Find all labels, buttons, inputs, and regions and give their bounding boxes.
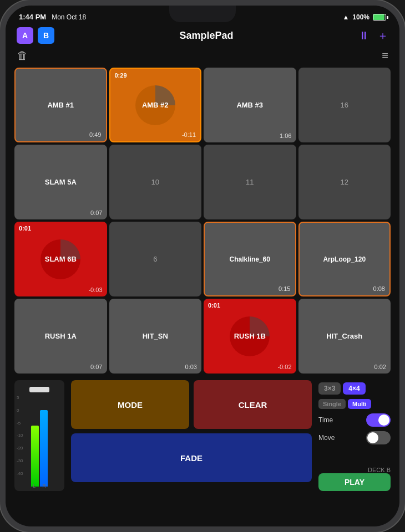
pad-11[interactable]: Chalkline_60 0:15: [204, 222, 296, 296]
pad-4[interactable]: 16: [298, 68, 391, 142]
pad-12-name: ArpLoop_120: [323, 255, 366, 263]
ctrl-top-row: MODE CLEAR: [71, 380, 312, 429]
level-meters: [31, 385, 48, 487]
volume-slider[interactable]: [29, 387, 49, 392]
grid-3x3-button[interactable]: 3×3: [318, 382, 341, 395]
bottom-section: 5 0 -5 -10 -20 -30 -40 L R: [6, 376, 399, 498]
deck-buttons: A B: [17, 27, 54, 44]
grid-size-row: 3×3 4×4: [318, 382, 391, 395]
battery-percent: 100%: [352, 13, 369, 21]
pad-9-time: -0:03: [88, 287, 102, 293]
pad-2-name: AMB #2: [142, 101, 169, 109]
pad-10-number: 6: [153, 255, 157, 263]
pad-6-number: 10: [151, 178, 159, 186]
pad-14[interactable]: HIT_SN 0:03: [109, 299, 202, 374]
header-actions: ⏸ ＋: [358, 28, 388, 43]
pad-13-time: 0:07: [90, 364, 102, 370]
pad-15-time-top: 0:01: [208, 302, 220, 309]
pad-12[interactable]: ArpLoop_120 0:08: [298, 222, 391, 296]
pad-15[interactable]: 0:01 RUSH 1B -0:02: [204, 299, 296, 374]
pad-7-number: 11: [246, 178, 254, 186]
pad-5-name: SLAM 5A: [45, 178, 77, 186]
pad-2-time: -0:11: [182, 131, 196, 138]
mode-button[interactable]: MODE: [71, 380, 189, 429]
pad-3-time: 1:06: [280, 132, 291, 139]
volume-meter: 5 0 -5 -10 -20 -30 -40 L R: [14, 380, 64, 491]
pad-16-name: HIT_Crash: [326, 332, 362, 340]
pad-11-time: 0:15: [279, 285, 290, 292]
pad-14-time: 0:03: [185, 364, 197, 370]
pad-10[interactable]: 6: [109, 222, 202, 296]
pad-4-number: 16: [341, 101, 348, 109]
grid-4x4-button[interactable]: 4×4: [343, 382, 365, 395]
multi-button[interactable]: Multi: [348, 399, 371, 409]
battery-icon: [373, 14, 386, 21]
left-meter: [31, 426, 39, 487]
move-toggle[interactable]: [366, 431, 391, 444]
right-meter: [40, 410, 48, 487]
status-left: 1:44 PM Mon Oct 18: [19, 13, 86, 21]
time-toggle[interactable]: [366, 413, 391, 427]
delete-icon[interactable]: 🗑: [17, 49, 28, 62]
notch-dots: •••: [207, 11, 221, 23]
pad-11-name: Chalkline_60: [230, 255, 270, 263]
clear-button[interactable]: CLEAR: [194, 380, 312, 429]
settings-panel: 3×3 4×4 Single Multi Time Move: [318, 380, 391, 491]
single-multi-toggle: Single Multi: [318, 399, 371, 409]
pad-13-name: RUSH 1A: [45, 332, 77, 340]
status-bar: 1:44 PM Mon Oct 18 ••• ▲ 100%: [6, 6, 399, 25]
pad-8[interactable]: 12: [298, 145, 391, 219]
pad-3[interactable]: AMB #3 1:06: [204, 68, 296, 142]
single-button[interactable]: Single: [318, 399, 346, 409]
ctrl-bottom-row: FADE: [71, 433, 312, 482]
pad-13[interactable]: RUSH 1A 0:07: [14, 299, 107, 374]
status-right: ▲ 100%: [342, 13, 386, 21]
single-multi-row: Single Multi: [318, 399, 391, 409]
pad-14-name: HIT_SN: [143, 332, 168, 340]
move-toggle-row: Move: [318, 431, 391, 444]
time-label: Time: [318, 416, 333, 424]
time-display: 1:44 PM: [19, 13, 46, 21]
pad-1-time: 0:49: [89, 131, 101, 138]
control-buttons: MODE CLEAR FADE: [71, 380, 312, 491]
meter-label-r: R: [42, 483, 46, 489]
pad-grid: AMB #1 0:49 0:29 AMB #2 -0:11 AMB #3 1:0…: [6, 65, 399, 376]
pad-16[interactable]: HIT_Crash 0:02: [298, 299, 391, 374]
pad-5[interactable]: SLAM 5A 0:07: [14, 145, 107, 219]
ipad-device: 1:44 PM Mon Oct 18 ••• ▲ 100% A B Sample…: [0, 0, 405, 532]
pad-7[interactable]: 11: [204, 145, 296, 219]
pad-1[interactable]: AMB #1 0:49: [14, 68, 107, 142]
pad-5-time: 0:07: [90, 209, 102, 216]
app-title: SamplePad: [179, 30, 233, 42]
list-icon[interactable]: ≡: [382, 49, 388, 62]
meter-labels: 5 0 -5 -10 -20 -30 -40: [17, 391, 23, 480]
pad-2-time-top: 0:29: [115, 72, 127, 79]
pad-15-name: RUSH 1B: [234, 332, 266, 340]
deck-b-label: DECK B: [318, 467, 391, 473]
play-button[interactable]: PLAY: [318, 473, 391, 491]
pad-6[interactable]: 10: [109, 145, 202, 219]
deck-a-button[interactable]: A: [17, 27, 33, 44]
pad-9[interactable]: 0:01 SLAM 6B -0:03: [14, 222, 107, 296]
time-toggle-row: Time: [318, 413, 391, 427]
fade-button[interactable]: FADE: [71, 433, 312, 482]
pad-2[interactable]: 0:29 AMB #2 -0:11: [109, 68, 202, 142]
pad-15-time: -0:02: [277, 364, 291, 370]
toolbar: 🗑 ≡: [6, 48, 399, 65]
add-icon[interactable]: ＋: [377, 28, 388, 43]
pad-12-time: 0:08: [373, 285, 385, 292]
pad-9-name: SLAM 6B: [45, 255, 77, 263]
pad-3-name: AMB #3: [236, 101, 263, 109]
screen: 1:44 PM Mon Oct 18 ••• ▲ 100% A B Sample…: [6, 6, 399, 526]
pad-16-time: 0:02: [374, 364, 386, 370]
header: A B SamplePad ⏸ ＋: [6, 25, 399, 48]
date-display: Mon Oct 18: [52, 13, 86, 21]
deck-b-button[interactable]: B: [38, 27, 54, 44]
pad-8-number: 12: [341, 178, 348, 186]
pause-icon[interactable]: ⏸: [358, 29, 369, 42]
pad-1-name: AMB #1: [47, 101, 74, 109]
wifi-icon: ▲: [342, 13, 349, 21]
pad-9-time-top: 0:01: [19, 225, 31, 232]
meter-label-l: L: [33, 483, 36, 489]
move-label: Move: [318, 434, 335, 442]
